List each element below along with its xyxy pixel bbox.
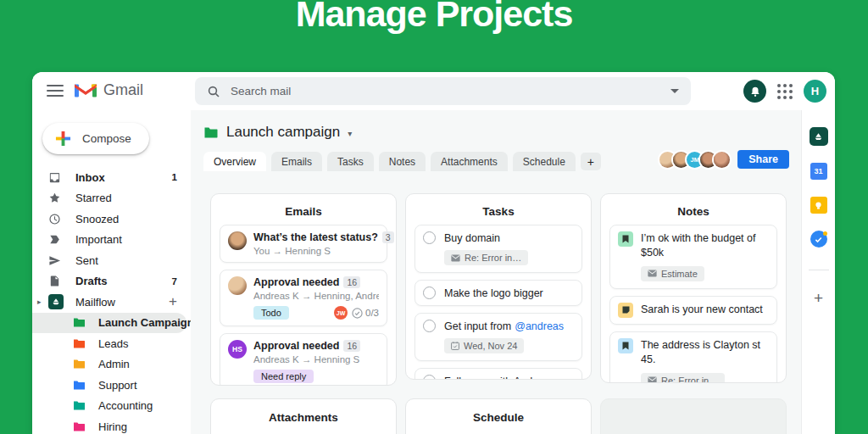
emails-column-title: Emails (211, 205, 396, 218)
sidebar-item-snoozed[interactable]: Snoozed (32, 209, 191, 230)
notes-column: Notes I’m ok with the budget of $50k Est… (600, 193, 787, 383)
bookmark-icon (618, 338, 633, 353)
get-addons-button[interactable]: + (814, 289, 823, 308)
topbar-actions: H (743, 80, 826, 103)
search-options-caret-icon[interactable] (670, 89, 679, 93)
add-tab-button[interactable]: + (581, 153, 601, 170)
task-card[interactable]: Follow up with Andrew (415, 368, 582, 380)
email-participants: Andreas K → Henning, Andreas, jami (253, 291, 379, 301)
calendar-addon-icon[interactable]: 31 (810, 163, 827, 180)
gmail-sidebar: Compose Inbox 1 Starred Snoozed (32, 110, 191, 434)
tab-attachments[interactable]: Attachments (431, 152, 508, 171)
email-card[interactable]: What’s the latest status?3 You → Henning… (220, 225, 387, 263)
linked-email-chip[interactable]: Re: Error in… (641, 373, 725, 384)
todo-tag[interactable]: Todo (253, 306, 289, 320)
thread-count-badge: 16 (343, 340, 360, 352)
task-checkbox[interactable] (423, 231, 436, 244)
sidebar-folder-leads[interactable]: Leads (32, 333, 191, 354)
gmail-topbar: Gmail H (32, 72, 835, 110)
tab-emails[interactable]: Emails (271, 152, 322, 171)
tab-schedule[interactable]: Schedule (513, 152, 576, 171)
gmail-logo-icon (75, 82, 97, 99)
sidebar-folder-support[interactable]: Support (32, 375, 191, 396)
check-circle-icon (352, 308, 363, 319)
folder-icon (73, 421, 86, 432)
tasks-column-title: Tasks (406, 205, 591, 218)
keep-addon-icon[interactable] (810, 197, 827, 214)
banner-title: Manage Projects (0, 0, 868, 35)
email-participants: Andreas K → Henning S (253, 354, 379, 364)
bell-icon (749, 86, 761, 97)
schedule-column: Schedule (405, 398, 592, 434)
task-checkbox[interactable] (423, 375, 436, 380)
tab-overview[interactable]: Overview (203, 152, 266, 171)
rail-divider (809, 270, 829, 270)
thread-count-badge: 3 (382, 231, 394, 243)
notifications-button[interactable] (743, 80, 766, 103)
task-card[interactable]: Buy domain Re: Error in… (415, 225, 582, 273)
tasks-addon-icon[interactable] (810, 231, 827, 248)
assignee-avatar[interactable]: JW (334, 306, 348, 320)
apps-grid-icon[interactable] (777, 84, 793, 99)
mention-link[interactable]: @andreas (515, 320, 564, 332)
mail-icon (451, 254, 460, 262)
sidebar-folder-hiring[interactable]: Hiring (32, 416, 191, 434)
note-card[interactable]: Sarah is your new contact (609, 296, 777, 325)
emails-column: Emails What’s the latest status?3 You → … (210, 193, 397, 386)
add-project-button[interactable]: + (169, 293, 177, 310)
collaborator-avatar[interactable] (714, 152, 730, 168)
search-input[interactable] (231, 85, 660, 97)
sender-avatar (228, 231, 247, 250)
sidebar-item-starred[interactable]: Starred (32, 188, 191, 209)
note-card[interactable]: The address is Clayton st 45. Re: Error … (609, 331, 777, 383)
email-card[interactable]: HS Approval needed16 Andreas K → Henning… (220, 333, 387, 386)
attachments-column-title: Attachments (269, 411, 338, 424)
need-reply-tag[interactable]: Need reply (253, 370, 314, 383)
project-board: Launch campaign ▾ Overview Emails Tasks … (191, 110, 801, 434)
sidebar-folder-accounting[interactable]: Accounting (32, 396, 191, 417)
empty-column-placeholder (600, 398, 787, 434)
calendar-check-icon (451, 342, 459, 350)
mailflow-addon-icon[interactable] (810, 127, 828, 146)
sidebar-item-important[interactable]: Important (32, 230, 191, 251)
note-card[interactable]: I’m ok with the budget of $50k Estimate (609, 225, 777, 289)
mail-icon (648, 376, 657, 383)
sidebar-item-inbox[interactable]: Inbox 1 (32, 167, 191, 188)
sidebar-folder-admin[interactable]: Admin (32, 354, 191, 376)
tab-notes[interactable]: Notes (379, 152, 426, 171)
folder-icon (73, 317, 86, 328)
mail-icon (648, 270, 657, 277)
expand-chevron-icon[interactable]: ▸ (37, 298, 48, 306)
profile-avatar[interactable]: H (804, 80, 826, 103)
page-title: Launch campaign (226, 124, 340, 141)
task-card[interactable]: Make the logo bigger (415, 280, 582, 306)
compose-button[interactable]: Compose (42, 123, 149, 154)
task-checkbox[interactable] (423, 320, 436, 332)
sidebar-item-mailflow[interactable]: ▸ Mailflow + (32, 292, 191, 313)
folder-icon (73, 380, 86, 391)
task-card[interactable]: Get input from@andreas Wed, Nov 24 (415, 313, 582, 361)
sidebar-item-drafts[interactable]: Drafts 7 (32, 271, 191, 292)
linked-email-chip[interactable]: Estimate (641, 266, 704, 281)
folder-icon (73, 359, 86, 370)
share-button[interactable]: Share (737, 150, 789, 169)
linked-email-chip[interactable]: Re: Error in… (444, 250, 528, 265)
gmail-window: Gmail H (32, 72, 835, 434)
project-caret-icon[interactable]: ▾ (348, 129, 352, 138)
email-card[interactable]: Approval needed16 Andreas K → Henning, A… (220, 270, 387, 326)
star-icon (48, 192, 61, 204)
email-participants: You → Henning S (253, 246, 379, 256)
collaborators-row: JM Share (662, 150, 789, 169)
sidebar-item-sent[interactable]: Sent (32, 250, 191, 271)
task-checkbox[interactable] (423, 287, 436, 299)
project-title-row[interactable]: Launch campaign ▾ (203, 124, 352, 141)
tab-tasks[interactable]: Tasks (327, 152, 374, 171)
clock-icon (48, 213, 61, 225)
mailflow-logo-icon (48, 294, 64, 309)
folder-icon (73, 338, 86, 349)
due-date-chip[interactable]: Wed, Nov 24 (444, 338, 524, 353)
sidebar-folder-launch-campaign[interactable]: Launch Campaign (32, 313, 186, 334)
search-bar[interactable] (195, 77, 691, 105)
menu-icon[interactable] (47, 85, 64, 100)
compose-label: Compose (82, 132, 131, 145)
